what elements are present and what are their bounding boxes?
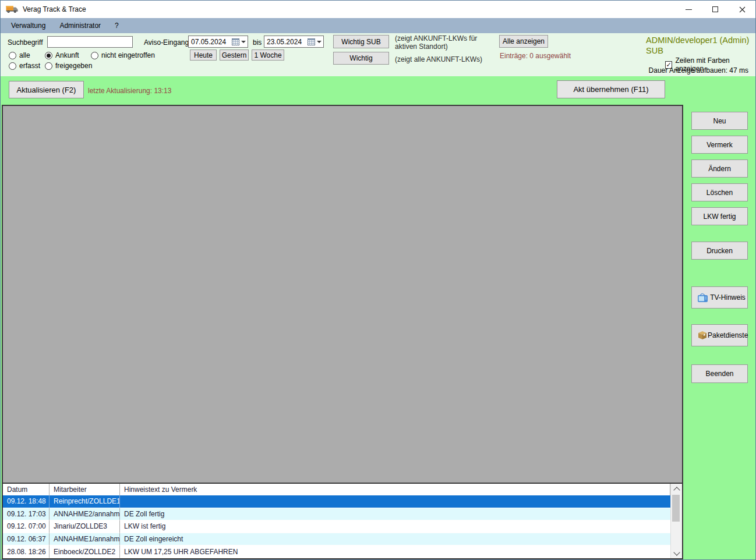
table-row[interactable]: 09.12. 18:48 Reinprecht/ZOLLDE1 [3, 495, 670, 508]
title-bar: Verag Track & Trace [1, 1, 755, 18]
aviso-eingang-label: Aviso-Eingang [144, 38, 189, 47]
wichtig-hint: (zeigt alle ANKUNFT-LKWs) [395, 55, 517, 63]
scroll-up-button[interactable] [671, 484, 682, 494]
drucken-button[interactable]: Drucken [691, 242, 748, 260]
main-content: Datum Mitarbeiter Hinweistext zu Vermerk… [2, 105, 683, 559]
radio-nicht-eingetroffen[interactable]: nicht eingetroffen [91, 51, 155, 59]
notes-table: Datum Mitarbeiter Hinweistext zu Vermerk… [3, 483, 682, 558]
alle-anzeigen-button[interactable]: Alle anzeigen [499, 35, 548, 48]
menu-administrator[interactable]: Administrator [52, 19, 108, 32]
tv-icon [697, 293, 708, 303]
loeschen-button[interactable]: Löschen [691, 183, 748, 201]
table-header: Datum Mitarbeiter Hinweistext zu Vermerk [3, 484, 670, 495]
maximize-button[interactable] [702, 1, 729, 18]
chevron-down-icon [241, 41, 246, 43]
truck-icon [6, 5, 18, 13]
radio-freigegeben[interactable]: freigegeben [45, 62, 92, 70]
lkw-fertig-button[interactable]: LKW fertig [691, 207, 748, 225]
radio-circle-icon [91, 52, 98, 59]
radio-erfasst[interactable]: erfasst [9, 62, 40, 70]
date-to-input[interactable]: 23.05.2024 [264, 36, 324, 48]
column-header-mitarbeiter[interactable]: Mitarbeiter [50, 484, 120, 495]
menu-bar: Verwaltung Administrator ? [1, 18, 755, 33]
calendar-icon [232, 38, 239, 45]
minimize-button[interactable] [675, 1, 702, 18]
gestern-button[interactable]: Gestern [220, 49, 249, 61]
render-duration-label: Dauer Anzeige aufbauen: 47 ms [649, 66, 748, 75]
radio-circle-icon [9, 52, 16, 59]
table-scrollbar[interactable] [670, 484, 682, 558]
neu-button[interactable]: Neu [691, 112, 748, 130]
date-from-input[interactable]: 07.05.2024 [188, 36, 248, 48]
radio-ankunft[interactable]: Ankunft [45, 51, 79, 59]
aktualisieren-button[interactable]: Aktualisieren (F2) [9, 81, 84, 98]
close-button[interactable] [729, 1, 755, 18]
menu-help[interactable]: ? [108, 19, 126, 32]
column-header-hinweistext[interactable]: Hinweistext zu Vermerk [120, 484, 670, 495]
action-bar: Aktualisieren (F2) letzte Aktualisierung… [1, 76, 755, 104]
table-row[interactable]: 09.12. 17:03 ANNAHME2/annahme2 DE Zoll f… [3, 508, 670, 521]
table-row[interactable]: 28.08. 18:26 Einboeck/ZOLLDE2 LKW UM 17,… [3, 545, 670, 558]
vermerk-button[interactable]: Vermerk [691, 136, 748, 154]
beenden-button[interactable]: Beenden [691, 364, 748, 383]
window-title: Verag Track & Trace [23, 5, 86, 13]
current-user-label: ADMIN/developer1 (Admin) SUB [646, 35, 754, 56]
aendern-button[interactable]: Ändern [691, 160, 748, 178]
empty-grid-area [3, 106, 682, 483]
scrollbar-thumb[interactable] [672, 495, 680, 522]
scroll-down-button[interactable] [671, 548, 682, 558]
maximize-icon [712, 6, 718, 12]
last-refresh-label: letzte Aktualisierung: 13:13 [88, 87, 171, 95]
table-row[interactable]: 09.12. 06:37 ANNAHME1/annahme1 DE Zoll e… [3, 533, 670, 546]
chevron-down-icon [317, 41, 322, 43]
wichtig-sub-hint: (zeigt ANKUNFT-LKWs für aktiven Standort… [395, 34, 497, 51]
menu-verwaltung[interactable]: Verwaltung [4, 19, 52, 32]
wichtig-sub-button[interactable]: Wichtig SUB [333, 35, 389, 48]
tv-hinweis-button[interactable]: TV-Hinweis [691, 286, 748, 309]
package-icon [697, 330, 708, 341]
radio-alle[interactable]: alle [9, 51, 30, 59]
heute-button[interactable]: Heute [190, 49, 217, 61]
close-icon [739, 6, 746, 13]
table-row[interactable]: 09.12. 07:00 Jinariu/ZOLLDE3 LKW ist fer… [3, 520, 670, 533]
radio-circle-icon [45, 52, 52, 59]
search-input[interactable] [47, 36, 133, 48]
search-label: Suchbegriff [8, 38, 43, 47]
entries-status: Einträge: 0 ausgewählt [500, 52, 571, 60]
chevron-up-icon [673, 487, 680, 493]
package-icon-button[interactable]: Paketdienste [691, 324, 748, 346]
calendar-icon [308, 38, 315, 45]
chevron-down-icon [673, 549, 680, 555]
akt-uebernehmen-button[interactable]: Akt übernehmen (F11) [557, 80, 665, 98]
radio-circle-icon [9, 62, 16, 70]
filter-panel: Suchbegriff alle Ankunft nicht eingetrof… [1, 33, 755, 76]
radio-circle-icon [45, 62, 52, 70]
bis-label: bis [253, 38, 262, 47]
eine-woche-button[interactable]: 1 Woche [252, 49, 284, 61]
app-window: Verag Track & Trace Verwaltung Administr… [0, 0, 756, 560]
column-header-datum[interactable]: Datum [3, 484, 50, 495]
minimize-icon [686, 9, 692, 10]
wichtig-button[interactable]: Wichtig [333, 52, 389, 65]
